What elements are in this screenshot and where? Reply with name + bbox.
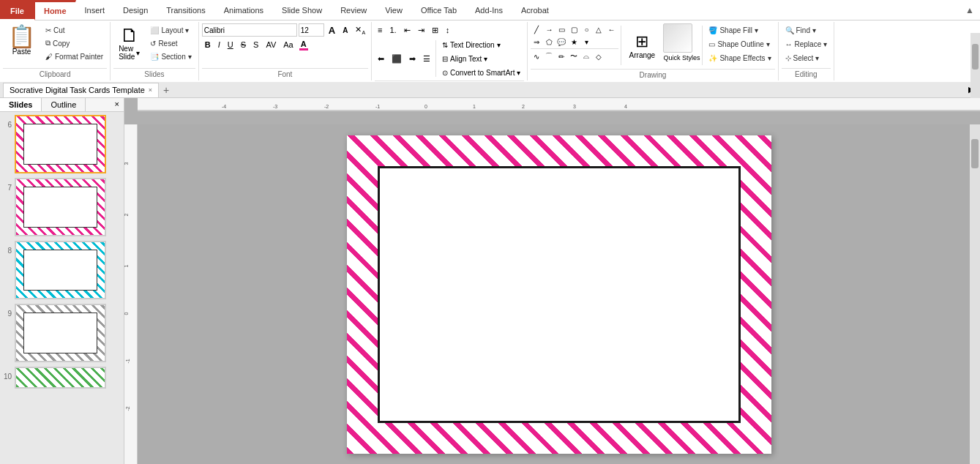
align-left-button[interactable]: ⬅ bbox=[375, 52, 387, 65]
tab-view[interactable]: View bbox=[376, 0, 412, 20]
slide-inner-content-area[interactable] bbox=[378, 166, 741, 423]
reset-button[interactable]: ↺ Reset bbox=[146, 37, 195, 50]
align-right-button[interactable]: ➡ bbox=[406, 52, 419, 65]
tab-file[interactable]: File bbox=[0, 0, 35, 20]
find-button[interactable]: 🔍 Find ▾ bbox=[782, 23, 820, 37]
shape-oval[interactable]: ○ bbox=[580, 23, 592, 35]
format-painter-button[interactable]: 🖌 Format Painter bbox=[42, 50, 107, 63]
section-icon: 📑 bbox=[150, 53, 159, 61]
tab-addins[interactable]: Add-Ins bbox=[466, 0, 512, 20]
section-button[interactable]: 📑 Section ▾ bbox=[146, 50, 195, 63]
font-color-button[interactable]: A bbox=[298, 40, 310, 50]
align-text-button[interactable]: ⊟ Align Text ▾ bbox=[438, 52, 524, 65]
font-size-input[interactable] bbox=[299, 23, 324, 37]
shape-left-arrow[interactable]: ← bbox=[605, 23, 617, 35]
shape-arc[interactable]: ⌓ bbox=[580, 50, 592, 62]
canvas-vscrollbar[interactable] bbox=[970, 124, 980, 464]
layout-button[interactable]: ⬜ Layout ▾ bbox=[146, 23, 195, 37]
shape-freeform[interactable]: ✏ bbox=[556, 50, 567, 62]
tab-review[interactable]: Review bbox=[332, 0, 376, 20]
shape-fill-icon: 🪣 bbox=[708, 26, 717, 34]
quick-styles-label: Quick Styles bbox=[663, 54, 700, 61]
increase-font-size-button[interactable]: A bbox=[326, 23, 338, 37]
shape-triangle[interactable]: △ bbox=[593, 23, 605, 35]
quick-styles-button[interactable] bbox=[663, 23, 692, 53]
new-slide-button[interactable]: 🗋 New Slide ▾ bbox=[113, 23, 145, 63]
paste-button[interactable]: 📋 Paste bbox=[3, 23, 40, 58]
justify-button[interactable]: ☰ bbox=[420, 52, 433, 65]
decrease-indent-button[interactable]: ⇤ bbox=[401, 23, 414, 37]
slide-thumb-row-7: 7 bbox=[1, 178, 122, 236]
doc-tab-main[interactable]: Socrative Digital Task Cards Template × bbox=[3, 83, 159, 97]
tab-insert[interactable]: Insert bbox=[76, 0, 115, 20]
shape-scribble[interactable]: 〜 bbox=[568, 50, 580, 62]
slide-panel-close-btn[interactable]: × bbox=[111, 98, 124, 111]
bold-button[interactable]: B bbox=[202, 38, 214, 51]
slide-thumb-7[interactable] bbox=[15, 178, 106, 236]
slide-thumb-10[interactable] bbox=[15, 367, 106, 389]
shape-line[interactable]: ╱ bbox=[531, 23, 542, 35]
slide-num-6: 6 bbox=[1, 121, 12, 129]
new-doc-tab-button[interactable]: + bbox=[159, 84, 173, 96]
shape-fill-button[interactable]: 🪣 Shape Fill ▾ bbox=[705, 23, 774, 37]
tab-design[interactable]: Design bbox=[114, 0, 157, 20]
replace-dropdown: ▾ bbox=[823, 40, 827, 48]
select-dropdown: ▾ bbox=[815, 54, 819, 62]
strikethrough-button[interactable]: S bbox=[238, 38, 249, 51]
tab-home[interactable]: Home bbox=[35, 0, 76, 20]
arrange-button[interactable]: ⊞ Arrange bbox=[624, 23, 660, 67]
shape-connector[interactable]: ⌒ bbox=[543, 50, 555, 62]
select-button[interactable]: ⊹ Select ▾ bbox=[782, 51, 823, 64]
slide-thumb-9[interactable] bbox=[15, 304, 106, 362]
shape-more[interactable]: ▾ bbox=[580, 36, 592, 48]
shape-rect[interactable]: ▭ bbox=[556, 23, 567, 35]
shape-arrow-right[interactable]: → bbox=[543, 23, 555, 35]
shape-diamond[interactable]: ◇ bbox=[593, 50, 605, 62]
shape-star[interactable]: ★ bbox=[568, 36, 580, 48]
slide-container bbox=[347, 135, 771, 454]
paste-icon: 📋 bbox=[8, 26, 35, 48]
align-center-button[interactable]: ⬛ bbox=[389, 52, 405, 65]
shape-right-arrow2[interactable]: ⇒ bbox=[531, 36, 542, 48]
tab-outline[interactable]: Outline bbox=[42, 98, 86, 111]
convert-smartart-button[interactable]: ⊙ Convert to SmartArt ▾ bbox=[438, 66, 524, 79]
slide-thumb-6[interactable] bbox=[15, 115, 106, 173]
shape-outline-button[interactable]: ▭ Shape Outline ▾ bbox=[705, 37, 774, 50]
clear-format-button[interactable]: ✕A bbox=[352, 23, 368, 37]
change-case-button[interactable]: Aa bbox=[280, 38, 296, 51]
char-spacing-button[interactable]: AV bbox=[263, 38, 279, 51]
doc-tab-bar: Socrative Digital Task Cards Template × … bbox=[0, 82, 980, 98]
cut-button[interactable]: ✂ Cut bbox=[42, 23, 107, 37]
tab-acrobat[interactable]: Acrobat bbox=[512, 0, 558, 20]
bullets-button[interactable]: ≡ bbox=[375, 23, 385, 37]
line-spacing-button[interactable]: ↕ bbox=[443, 23, 453, 37]
decrease-font-size-button[interactable]: A bbox=[340, 23, 351, 37]
replace-button[interactable]: ↔ Replace ▾ bbox=[782, 37, 831, 50]
tab-transitions[interactable]: Transitions bbox=[157, 0, 214, 20]
italic-button[interactable]: I bbox=[215, 38, 223, 51]
drawing-label: Drawing bbox=[531, 69, 774, 80]
tab-officetab[interactable]: Office Tab bbox=[412, 0, 466, 20]
columns-button[interactable]: ⊞ bbox=[429, 23, 441, 37]
shadow-button[interactable]: S bbox=[250, 38, 261, 51]
doc-tab-close[interactable]: × bbox=[149, 86, 152, 94]
increase-indent-button[interactable]: ⇥ bbox=[415, 23, 427, 37]
ribbon-collapse-btn[interactable]: ▲ bbox=[962, 5, 977, 15]
shape-rounded-rect[interactable]: ▢ bbox=[568, 23, 580, 35]
font-name-input[interactable] bbox=[202, 23, 297, 37]
group-slides: 🗋 New Slide ▾ ⬜ Layout ▾ ↺ Reset bbox=[111, 22, 199, 81]
shape-curve[interactable]: ∿ bbox=[531, 50, 542, 62]
shape-effects-button[interactable]: ✨ Shape Effects ▾ bbox=[705, 51, 774, 64]
shape-callout[interactable]: 💬 bbox=[556, 36, 567, 48]
slide-thumb-8[interactable] bbox=[15, 241, 106, 299]
tab-slides[interactable]: Slides bbox=[0, 98, 42, 111]
tab-animations[interactable]: Animations bbox=[215, 0, 273, 20]
numbering-button[interactable]: 1. bbox=[386, 23, 399, 37]
shape-outline-icon: ▭ bbox=[708, 40, 715, 48]
text-direction-button[interactable]: ⇅ Text Direction ▾ bbox=[438, 38, 524, 51]
tab-slideshow[interactable]: Slide Show bbox=[273, 0, 332, 20]
underline-button[interactable]: U bbox=[225, 38, 236, 51]
slide-canvas[interactable] bbox=[138, 124, 980, 464]
shape-pentagon[interactable]: ⬠ bbox=[543, 36, 555, 48]
copy-button[interactable]: ⧉ Copy bbox=[42, 37, 107, 50]
